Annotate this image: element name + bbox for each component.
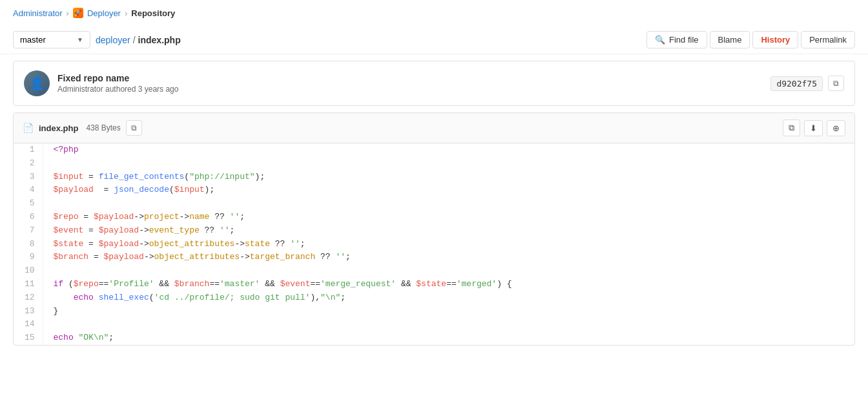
table-row: 12 echo shell_exec('cd ../profile/; sudo… xyxy=(14,291,854,305)
download-button[interactable]: ⬇ xyxy=(804,120,823,136)
line-code xyxy=(43,197,854,211)
table-row: 14 xyxy=(14,318,854,331)
line-code: $state = $payload->object_attributes->st… xyxy=(43,238,854,251)
path-bar: deployer / index.php xyxy=(96,35,641,45)
line-number: 14 xyxy=(14,318,43,331)
table-row: 9 $branch = $payload->object_attributes-… xyxy=(14,251,854,264)
table-row: 13 } xyxy=(14,305,854,318)
line-code: if ($repo=='Profile' && $branch=='master… xyxy=(43,278,854,291)
line-number: 1 xyxy=(14,143,43,157)
table-row: 11 if ($repo=='Profile' && $branch=='mas… xyxy=(14,278,854,291)
toolbar-actions: 🔍 Find file Blame History Permalink xyxy=(646,31,855,48)
line-number: 13 xyxy=(14,305,43,318)
commit-hash: d9202f75 xyxy=(770,76,823,91)
line-code: $event = $payload->event_type ?? ''; xyxy=(43,224,854,238)
repo-name[interactable]: deployer xyxy=(96,35,130,45)
line-code: $repo = $payload->project->name ?? ''; xyxy=(43,211,854,224)
line-code xyxy=(43,318,854,331)
table-row: 4 $payload = json_decode($input); xyxy=(14,183,854,197)
chevron-down-icon: ▼ xyxy=(77,36,83,43)
line-number: 11 xyxy=(14,278,43,291)
table-row: 3 $input = file_get_contents("php://inpu… xyxy=(14,171,854,184)
line-code: echo shell_exec('cd ../profile/; sudo gi… xyxy=(43,291,854,305)
line-number: 3 xyxy=(14,171,43,184)
line-code: $input = file_get_contents("php://input"… xyxy=(43,171,854,184)
breadcrumb-admin[interactable]: Administrator xyxy=(13,8,63,18)
line-code: echo "OK\n"; xyxy=(43,331,854,345)
line-number: 9 xyxy=(14,251,43,264)
avatar-image: 👤 xyxy=(24,70,50,96)
table-row: 5 xyxy=(14,197,854,211)
file-header-actions: ⧉ ⬇ ⊕ xyxy=(783,120,845,136)
commit-hash-area: d9202f75 ⧉ xyxy=(770,76,844,91)
table-row: 7 $event = $payload->event_type ?? ''; xyxy=(14,224,854,238)
breadcrumb: Administrator › 🚀 Deployer › Repository xyxy=(0,0,868,26)
permalink-button[interactable]: Permalink xyxy=(801,31,855,48)
branch-selector[interactable]: master ▼ xyxy=(13,31,90,48)
line-code xyxy=(43,157,854,171)
line-number: 4 xyxy=(14,183,43,197)
blame-button[interactable]: Blame xyxy=(710,31,750,48)
line-number: 12 xyxy=(14,291,43,305)
raw-button[interactable]: ⧉ xyxy=(783,120,800,136)
avatar: 👤 xyxy=(24,70,50,96)
history-button[interactable]: History xyxy=(752,31,798,48)
line-code: } xyxy=(43,305,854,318)
breadcrumb-deployer[interactable]: Deployer xyxy=(87,8,121,18)
line-number: 8 xyxy=(14,238,43,251)
commit-meta: Administrator authored 3 years ago xyxy=(57,85,763,94)
find-file-button[interactable]: 🔍 Find file xyxy=(646,31,707,48)
table-row: 10 xyxy=(14,264,854,278)
line-code xyxy=(43,264,854,278)
toolbar: master ▼ deployer / index.php 🔍 Find fil… xyxy=(0,26,868,54)
copy-hash-button[interactable]: ⧉ xyxy=(828,76,844,91)
branch-name: master xyxy=(20,35,46,45)
search-icon: 🔍 xyxy=(655,35,665,45)
line-number: 5 xyxy=(14,197,43,211)
line-number: 10 xyxy=(14,264,43,278)
copy-path-button[interactable]: ⧉ xyxy=(126,120,142,136)
commit-card: 👤 Fixed repo name Administrator authored… xyxy=(13,61,855,106)
blame-inline-button[interactable]: ⊕ xyxy=(827,120,845,136)
line-number: 7 xyxy=(14,224,43,238)
table-row: 1 <?php xyxy=(14,143,854,157)
file-size: 438 Bytes xyxy=(86,123,120,132)
file-name: index.php xyxy=(39,123,78,133)
table-row: 15 echo "OK\n"; xyxy=(14,331,854,345)
deployer-icon: 🚀 xyxy=(73,8,83,18)
line-number: 15 xyxy=(14,331,43,345)
path-separator: / xyxy=(133,35,136,45)
line-number: 6 xyxy=(14,211,43,224)
table-row: 2 xyxy=(14,157,854,171)
breadcrumb-current: Repository xyxy=(131,8,175,18)
file-path: index.php xyxy=(138,35,181,45)
table-row: 6 $repo = $payload->project->name ?? ''; xyxy=(14,211,854,224)
line-code: <?php xyxy=(43,143,854,157)
commit-info: Fixed repo name Administrator authored 3… xyxy=(57,73,763,94)
code-table: 1 <?php 2 3 $input = file_get_contents("… xyxy=(14,143,854,345)
line-number: 2 xyxy=(14,157,43,171)
breadcrumb-sep2: › xyxy=(125,8,127,18)
line-code: $payload = json_decode($input); xyxy=(43,183,854,197)
find-file-label: Find file xyxy=(669,35,699,45)
file-viewer: 📄 index.php 438 Bytes ⧉ ⧉ ⬇ ⊕ 1 <?php 2 … xyxy=(13,112,855,346)
table-row: 8 $state = $payload->object_attributes->… xyxy=(14,238,854,251)
file-icon: 📄 xyxy=(23,123,34,133)
breadcrumb-sep1: › xyxy=(67,8,69,18)
line-code: $branch = $payload->object_attributes->t… xyxy=(43,251,854,264)
commit-title: Fixed repo name xyxy=(57,73,763,83)
file-header: 📄 index.php 438 Bytes ⧉ ⧉ ⬇ ⊕ xyxy=(14,113,854,143)
